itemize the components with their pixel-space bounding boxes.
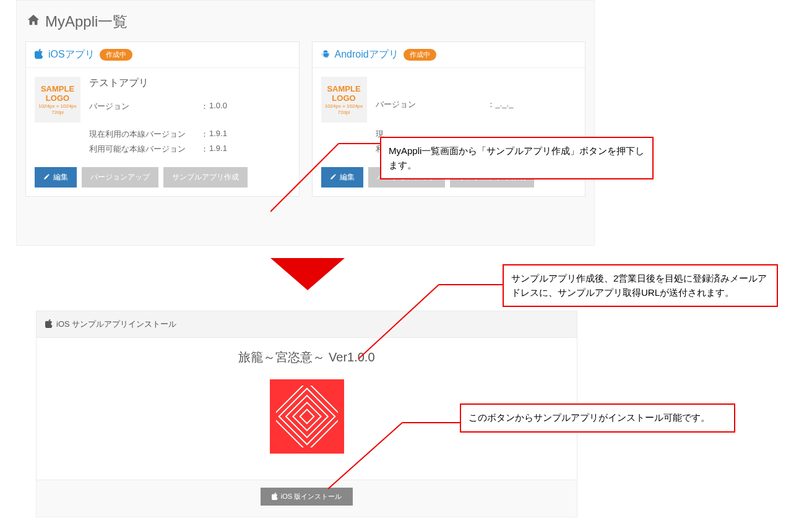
android-icon: [321, 49, 330, 61]
status-badge: 作成中: [100, 49, 132, 61]
apple-icon: [272, 493, 278, 501]
status-badge: 作成中: [404, 49, 436, 61]
ios-card-header: iOSアプリ 作成中: [26, 42, 299, 68]
apple-icon: [35, 49, 43, 61]
svg-marker-0: [270, 258, 345, 290]
edit-button[interactable]: 編集: [321, 167, 363, 188]
available-mainline-value: 1.9.1: [209, 144, 227, 155]
callout-1: MyAppli一覧画面から「サンプルアプリ作成」ボタンを押下します。: [380, 137, 654, 179]
ios-install-button[interactable]: iOS 版インストール: [261, 488, 353, 506]
callout-2: サンプルアプリ作成後、2営業日後を目処に登録済みメールアドレスに、サンプルアプリ…: [503, 264, 778, 307]
current-mainline-value: 1.9.1: [209, 129, 227, 140]
myappli-list-panel: MyAppli一覧 iOSアプリ 作成中 SAMPLE LOGO: [16, 0, 595, 246]
version-label: バージョン: [376, 99, 487, 110]
sample-logo: SAMPLE LOGO 1024px × 1024px 72dpi: [321, 77, 367, 123]
svg-rect-4: [293, 402, 321, 430]
available-mainline-label: 利用可能な本線バージョン: [89, 144, 201, 155]
android-card-header: Androidアプリ 作成中: [313, 42, 585, 68]
current-mainline-label: 現在利用の本線バージョン: [89, 129, 201, 140]
app-name: テストアプリ: [89, 77, 290, 90]
app-icon: [270, 379, 344, 454]
version-label: バージョン: [89, 101, 201, 112]
apple-icon: [45, 319, 53, 330]
edit-button[interactable]: 編集: [35, 167, 77, 188]
version-value: _._._: [496, 99, 514, 110]
home-icon: [27, 13, 40, 30]
install-panel-header: iOS サンプルアプリインストール: [36, 311, 577, 338]
install-app-title: 旅籠～宮恣意～ Ver1.0.0: [37, 349, 577, 366]
pencil-icon: [330, 173, 337, 182]
android-heading-link[interactable]: Androidアプリ: [335, 48, 399, 61]
create-sample-app-button[interactable]: サンプルアプリ作成: [163, 167, 248, 188]
version-up-button[interactable]: バージョンアップ: [82, 167, 158, 188]
pencil-icon: [43, 173, 50, 182]
page-title: MyAppli一覧: [27, 12, 585, 32]
page-title-text: MyAppli一覧: [45, 12, 127, 32]
ios-heading-link[interactable]: iOSアプリ: [48, 48, 95, 61]
flow-arrow-down-icon: [270, 258, 345, 292]
svg-rect-2: [279, 389, 335, 445]
version-value: 1.0.0: [209, 101, 227, 112]
ios-app-card: iOSアプリ 作成中 SAMPLE LOGO 1024px × 1024px 7…: [25, 41, 300, 197]
callout-3: このボタンからサンプルアプリがインストール可能です。: [460, 403, 735, 433]
app-name: [376, 77, 577, 88]
install-panel-heading: iOS サンプルアプリインストール: [56, 319, 176, 330]
sample-logo: SAMPLE LOGO 1024px × 1024px 72dpi: [35, 77, 80, 123]
svg-rect-5: [300, 410, 314, 424]
